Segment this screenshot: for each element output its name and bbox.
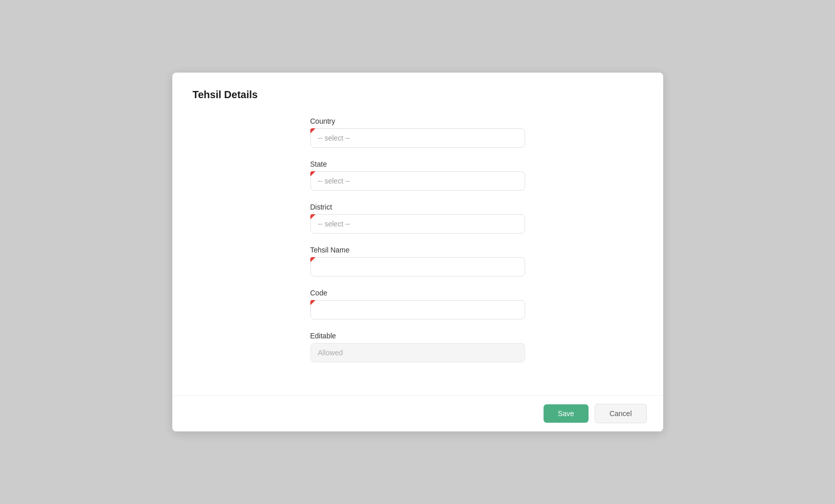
state-field-wrapper: -- select --: [310, 171, 525, 191]
country-required-indicator: [310, 128, 315, 133]
save-button[interactable]: Save: [544, 404, 589, 423]
tehsil-name-input[interactable]: [310, 257, 525, 277]
editable-label: Editable: [310, 332, 525, 340]
editable-group: Editable Allowed: [310, 332, 525, 362]
country-select[interactable]: -- select --: [310, 128, 525, 148]
modal-footer: Save Cancel: [172, 395, 663, 431]
country-field-wrapper: -- select --: [310, 128, 525, 148]
tehsil-name-required-indicator: [310, 257, 315, 262]
district-required-indicator: [310, 214, 315, 219]
tehsil-name-field-wrapper: [310, 257, 525, 277]
country-label: Country: [310, 117, 525, 125]
code-label: Code: [310, 289, 525, 297]
district-select[interactable]: -- select --: [310, 214, 525, 234]
code-required-indicator: [310, 300, 315, 305]
code-field-wrapper: [310, 300, 525, 319]
editable-value: Allowed: [310, 343, 525, 362]
modal-body: Tehsil Details Country -- select -- Stat…: [172, 73, 663, 395]
district-group: District -- select --: [310, 203, 525, 234]
code-group: Code: [310, 289, 525, 319]
state-select[interactable]: -- select --: [310, 171, 525, 191]
cancel-button[interactable]: Cancel: [595, 404, 647, 423]
code-input[interactable]: [310, 300, 525, 319]
district-label: District: [310, 203, 525, 211]
modal-overlay: Tehsil Details Country -- select -- Stat…: [0, 0, 835, 504]
country-group: Country -- select --: [310, 117, 525, 148]
state-group: State -- select --: [310, 160, 525, 191]
state-label: State: [310, 160, 525, 168]
state-required-indicator: [310, 171, 315, 176]
tehsil-name-group: Tehsil Name: [310, 246, 525, 277]
district-field-wrapper: -- select --: [310, 214, 525, 234]
modal-container: Tehsil Details Country -- select -- Stat…: [172, 73, 663, 431]
page-title: Tehsil Details: [193, 89, 643, 101]
tehsil-name-label: Tehsil Name: [310, 246, 525, 254]
form-section: Country -- select -- State -- select: [193, 117, 643, 375]
